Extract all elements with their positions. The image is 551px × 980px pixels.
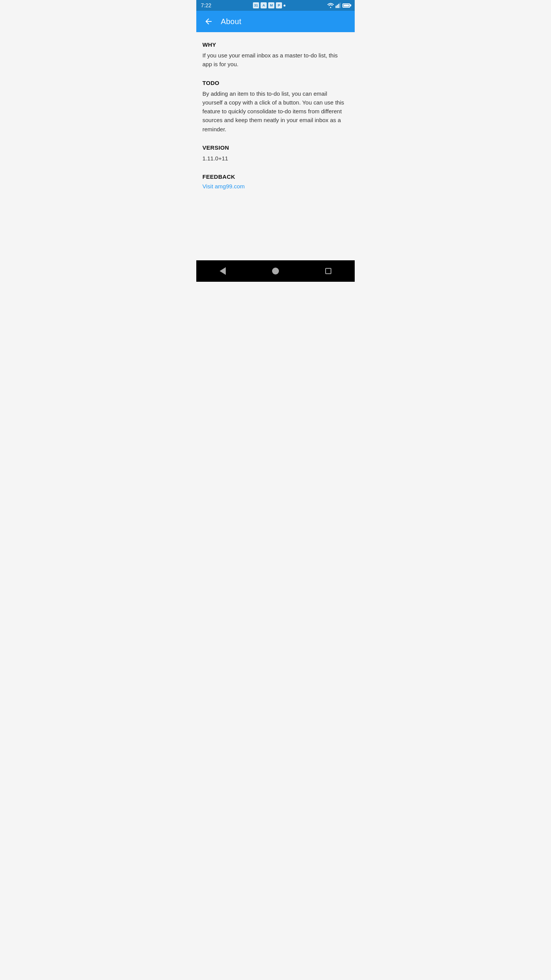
signal-icon: [336, 3, 341, 8]
section-todo-heading: TODO: [202, 80, 349, 86]
nav-recents-icon: [325, 268, 331, 274]
page-title: About: [221, 17, 241, 26]
svg-rect-2: [338, 4, 339, 8]
nav-recents-button[interactable]: [321, 263, 336, 279]
pocket-casts-icon: P: [276, 2, 282, 8]
app-bar: About: [196, 11, 355, 32]
status-time: 7:22: [201, 2, 211, 8]
svg-rect-1: [337, 5, 338, 8]
system-icons: [327, 3, 350, 8]
more-notifications-icon: [284, 5, 285, 7]
section-todo: TODO By adding an item to this to-do lis…: [202, 80, 349, 134]
section-version-body: 1.11.0+11: [202, 154, 349, 163]
nav-home-button[interactable]: [268, 263, 283, 279]
nav-back-button[interactable]: [215, 263, 230, 279]
section-feedback: FEEDBACK Visit amg99.com: [202, 173, 349, 190]
section-why-heading: WHY: [202, 41, 349, 48]
svg-rect-0: [336, 6, 337, 8]
accessibility-icon: A: [261, 2, 267, 8]
gmail-icon: M: [268, 2, 274, 8]
section-todo-body: By adding an item to this to-do list, yo…: [202, 89, 349, 134]
status-bar: 7:22 31 A M P: [196, 0, 355, 11]
section-feedback-heading: FEEDBACK: [202, 173, 349, 180]
main-content: WHY If you use your email inbox as a mas…: [196, 32, 355, 260]
battery-icon: [342, 3, 350, 8]
section-why-body: If you use your email inbox as a master …: [202, 51, 349, 69]
section-why: WHY If you use your email inbox as a mas…: [202, 41, 349, 69]
navigation-bar: [196, 260, 355, 282]
nav-home-icon: [272, 268, 279, 274]
svg-rect-3: [340, 3, 341, 8]
feedback-link[interactable]: Visit amg99.com: [202, 183, 245, 189]
status-notifications: 31 A M P: [253, 2, 285, 8]
section-version: VERSION 1.11.0+11: [202, 144, 349, 163]
nav-back-icon: [220, 267, 226, 275]
back-button[interactable]: [202, 15, 215, 28]
calendar-icon: 31: [253, 2, 259, 8]
section-version-heading: VERSION: [202, 144, 349, 151]
wifi-icon: [327, 3, 334, 8]
